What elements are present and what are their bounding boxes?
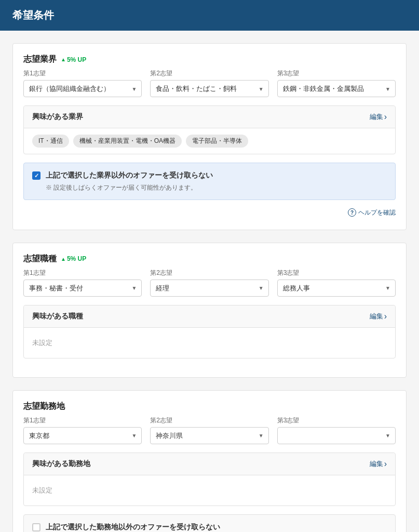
- job-first-choice-wrapper[interactable]: 事務・秘書・受付: [23, 280, 142, 297]
- location-second-choice-field: 第2志望 神奈川県: [150, 416, 268, 444]
- location-checkbox-block: 上記で選択した勤務地以外のオファーを受け取らない ※ 「こだわらない」以外を設定…: [23, 514, 396, 532]
- industry-third-choice-wrapper[interactable]: 鉄鋼・非鉄金属・金属製品: [277, 80, 396, 97]
- industry-tag-1: 機械・産業用装置・電機・OA機器: [73, 135, 182, 148]
- industry-first-choice-wrapper[interactable]: 銀行（協同組織金融含む）: [23, 80, 142, 97]
- location-checkbox[interactable]: [32, 523, 40, 531]
- location-interest-box: 興味がある勤務地 編集 未設定: [23, 453, 396, 506]
- location-third-choice-select[interactable]: [277, 427, 396, 444]
- location-second-choice-select[interactable]: 神奈川県: [150, 427, 268, 444]
- industry-checkbox[interactable]: [32, 171, 40, 180]
- location-unset-container: 未設定: [24, 475, 395, 506]
- location-edit-link[interactable]: 編集: [370, 459, 387, 469]
- location-interest-box-title: 興味がある勤務地: [32, 459, 90, 469]
- industry-second-choice-label: 第2志望: [150, 69, 268, 78]
- industry-section-body: 第1志望 銀行（協同組織金融含む） 第2志望 食品・飲料・たばこ・飼料: [13, 69, 406, 230]
- location-checkbox-label: 上記で選択した勤務地以外のオファーを受け取らない: [46, 522, 220, 532]
- job-unset-container: 未設定: [24, 328, 395, 358]
- job-edit-link[interactable]: 編集: [370, 312, 387, 321]
- industry-checkbox-row: 上記で選択した業界以外のオファーを受け取らない ※ 設定後しばらくオファーが届く…: [32, 170, 387, 192]
- job-third-choice-select[interactable]: 総務人事: [277, 280, 396, 297]
- industry-first-choice-label: 第1志望: [23, 69, 142, 78]
- location-section-title: 志望勤務地: [23, 401, 65, 412]
- industry-edit-link[interactable]: 編集: [370, 112, 387, 122]
- job-first-choice-select[interactable]: 事務・秘書・受付: [23, 280, 142, 297]
- job-first-choice-field: 第1志望 事務・秘書・受付: [23, 269, 142, 297]
- location-third-choice-field: 第3志望: [277, 416, 396, 444]
- page-header: 希望条件: [0, 0, 419, 31]
- industry-third-choice-select[interactable]: 鉄鋼・非鉄金属・金属製品: [277, 80, 396, 97]
- industry-choice-row: 第1志望 銀行（協同組織金融含む） 第2志望 食品・飲料・たばこ・飼料: [23, 69, 396, 97]
- job-second-choice-wrapper[interactable]: 経理: [150, 280, 268, 297]
- industry-first-choice-select[interactable]: 銀行（協同組織金融含む）: [23, 80, 142, 97]
- location-choice-row: 第1志望 東京都 第2志望 神奈川県 第: [23, 416, 396, 444]
- job-second-choice-label: 第2志望: [150, 269, 268, 277]
- location-first-choice-label: 第1志望: [23, 416, 142, 425]
- job-choice-row: 第1志望 事務・秘書・受付 第2志望 経理: [23, 269, 396, 297]
- job-third-choice-field: 第3志望 総務人事: [277, 269, 396, 297]
- industry-help-link[interactable]: ? ヘルプを確認: [23, 204, 396, 219]
- location-checkbox-row: 上記で選択した勤務地以外のオファーを受け取らない ※ 「こだわらない」以外を設定…: [32, 522, 387, 532]
- industry-first-choice-field: 第1志望 銀行（協同組織金融含む）: [23, 69, 142, 97]
- job-third-choice-wrapper[interactable]: 総務人事: [277, 280, 396, 297]
- industry-interest-box-title: 興味がある業界: [32, 112, 83, 122]
- location-first-choice-field: 第1志望 東京都: [23, 416, 142, 444]
- industry-tag-0: IT・通信: [32, 135, 69, 148]
- industry-second-choice-select[interactable]: 食品・飲料・たばこ・飼料: [150, 80, 268, 97]
- job-interest-box-header: 興味がある職種 編集: [24, 305, 395, 328]
- industry-interest-box: 興味がある業界 編集 IT・通信 機械・産業用装置・電機・OA機器 電子部品・半…: [23, 105, 396, 154]
- industry-interest-box-header: 興味がある業界 編集: [24, 106, 395, 128]
- page-title: 希望条件: [12, 8, 407, 22]
- job-interest-box: 興味がある職種 編集 未設定: [23, 305, 396, 358]
- industry-section: 志望業界 5% UP 第1志望 銀行（協同組織金融含む） 第2志望: [12, 43, 407, 230]
- job-section: 志望職種 5% UP 第1志望 事務・秘書・受付 第2志望: [12, 243, 407, 378]
- location-checkbox-content: 上記で選択した勤務地以外のオファーを受け取らない ※ 「こだわらない」以外を設定…: [46, 522, 220, 532]
- job-second-choice-field: 第2志望 経理: [150, 269, 268, 297]
- location-third-choice-wrapper[interactable]: [277, 427, 396, 444]
- location-first-choice-select[interactable]: 東京都: [23, 427, 142, 444]
- industry-tag-2: 電子部品・半導体: [186, 135, 248, 148]
- industry-checkbox-content: 上記で選択した業界以外のオファーを受け取らない ※ 設定後しばらくオファーが届く…: [46, 170, 213, 192]
- job-unset-text: 未設定: [32, 334, 52, 352]
- industry-help-icon: ?: [348, 208, 356, 217]
- job-second-choice-select[interactable]: 経理: [150, 280, 268, 297]
- job-section-title: 志望職種: [23, 254, 57, 264]
- location-section-body: 第1志望 東京都 第2志望 神奈川県 第: [13, 416, 406, 532]
- job-section-body: 第1志望 事務・秘書・受付 第2志望 経理: [13, 269, 406, 377]
- industry-third-choice-field: 第3志望 鉄鋼・非鉄金属・金属製品: [277, 69, 396, 97]
- industry-section-title: 志望業界: [23, 54, 57, 65]
- industry-second-choice-wrapper[interactable]: 食品・飲料・たばこ・飼料: [150, 80, 268, 97]
- job-badge: 5% UP: [61, 255, 86, 262]
- industry-checkbox-note: ※ 設定後しばらくオファーが届く可能性があります。: [46, 183, 213, 192]
- industry-section-header: 志望業界 5% UP: [13, 44, 406, 69]
- industry-third-choice-label: 第3志望: [277, 69, 396, 78]
- industry-checkbox-block: 上記で選択した業界以外のオファーを受け取らない ※ 設定後しばらくオファーが届く…: [23, 163, 396, 200]
- job-interest-box-title: 興味がある職種: [32, 312, 83, 321]
- location-third-choice-label: 第3志望: [277, 416, 396, 425]
- location-section-header: 志望勤務地: [13, 391, 406, 416]
- location-second-choice-wrapper[interactable]: 神奈川県: [150, 427, 268, 444]
- location-first-choice-wrapper[interactable]: 東京都: [23, 427, 142, 444]
- location-interest-box-header: 興味がある勤務地 編集: [24, 453, 395, 475]
- location-section: 志望勤務地 第1志望 東京都 第2志望 神奈川県: [12, 390, 407, 532]
- job-section-header: 志望職種 5% UP: [13, 243, 406, 269]
- industry-badge: 5% UP: [61, 56, 86, 63]
- industry-tags-container: IT・通信 機械・産業用装置・電機・OA機器 電子部品・半導体: [24, 128, 395, 154]
- job-first-choice-label: 第1志望: [23, 269, 142, 277]
- location-unset-text: 未設定: [32, 482, 52, 499]
- industry-help-text: ヘルプを確認: [358, 208, 396, 217]
- industry-second-choice-field: 第2志望 食品・飲料・たばこ・飼料: [150, 69, 268, 97]
- location-second-choice-label: 第2志望: [150, 416, 268, 425]
- job-third-choice-label: 第3志望: [277, 269, 396, 277]
- industry-checkbox-label: 上記で選択した業界以外のオファーを受け取らない: [46, 170, 213, 181]
